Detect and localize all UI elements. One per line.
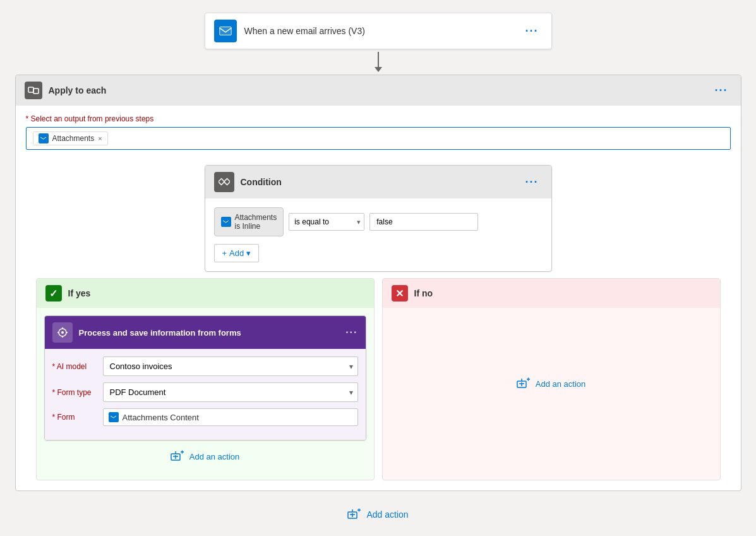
checkmark-icon: ✓: [49, 288, 57, 300]
trigger-block: When a new email arrives (V3) ···: [205, 13, 552, 49]
branch-yes-label: If yes: [68, 288, 91, 298]
svg-rect-3: [28, 87, 33, 92]
no-branch-add-action[interactable]: Add an action: [517, 368, 586, 399]
condition-row: Attachments is Inline is equal to: [214, 207, 543, 236]
apply-each-body: * Select an output from previous steps A…: [16, 106, 741, 159]
trigger-more-button[interactable]: ···: [521, 23, 542, 39]
x-icon: ✕: [395, 288, 404, 300]
attachments-input[interactable]: Attachments ×: [26, 127, 731, 150]
bottom-add-action-icon: [347, 508, 361, 521]
branch-no-label: If no: [414, 288, 433, 298]
bottom-add-action-label: Add action: [366, 509, 408, 520]
ai-model-select[interactable]: Contoso invoices: [103, 356, 358, 376]
form-label: * Form: [52, 413, 103, 422]
trigger-title: When a new email arrives (V3): [244, 26, 522, 36]
process-more-button[interactable]: ···: [345, 327, 357, 338]
condition-more-button[interactable]: ···: [521, 174, 542, 190]
attachments-tag: Attachments ×: [33, 131, 108, 145]
loop-icon: [28, 85, 39, 96]
ai-model-select-wrap: Contoso invoices: [103, 356, 358, 376]
condition-icon: [214, 172, 234, 192]
branch-no-header: ✕ If no: [383, 279, 720, 308]
condition-left-text: Attachments is Inline: [235, 213, 277, 231]
outlook-icon: [219, 24, 232, 38]
form-tag-icon: [109, 412, 119, 422]
process-body: * AI model Contoso invoices *: [45, 349, 366, 440]
process-icon: [52, 322, 73, 343]
condition-shape-icon: [219, 176, 230, 188]
branch-yes-body: Process and save information from forms …: [37, 308, 374, 480]
form-row: * Form Attachments Cont: [52, 408, 358, 426]
svg-rect-1: [219, 27, 231, 35]
flow-canvas: When a new email arrives (V3) ··· Apply …: [0, 0, 756, 536]
form-type-select-wrap: PDF Document: [103, 382, 358, 402]
attachment-tag-text: Attachments: [52, 134, 95, 143]
no-badge: ✕: [392, 285, 408, 302]
apply-each-more-button[interactable]: ···: [711, 83, 731, 99]
branch-yes-header: ✓ If yes: [37, 279, 374, 308]
trigger-to-apply-arrow: [375, 49, 382, 75]
ai-model-label: * AI model: [52, 362, 103, 371]
tag-close-button[interactable]: ×: [98, 135, 102, 142]
arrow-line: [378, 52, 379, 67]
condition-add-label: Add: [229, 248, 244, 258]
apply-each-title: Apply to each: [49, 85, 711, 95]
condition-add-chevron: ▾: [246, 248, 251, 258]
apply-each-container: Apply to each ··· * Select an output fro…: [15, 75, 741, 491]
process-title: Process and save information from forms: [79, 328, 340, 338]
apply-each-icon: [25, 82, 42, 99]
condition-header: Condition ···: [205, 166, 551, 198]
branch-yes-panel: ✓ If yes: [36, 278, 375, 480]
condition-add-plus: +: [222, 248, 227, 258]
condition-operator-select[interactable]: is equal to: [289, 213, 364, 231]
condition-value-input[interactable]: [369, 213, 478, 231]
condition-pill-icon: [221, 217, 231, 227]
form-input-tag[interactable]: Attachments Content: [103, 408, 358, 426]
condition-add-row: + Add ▾: [214, 244, 543, 262]
condition-body: Attachments is Inline is equal to: [205, 198, 551, 271]
yes-branch-add-action[interactable]: Add an action: [44, 441, 366, 472]
condition-block: Condition ··· A: [205, 165, 552, 272]
svg-point-10: [61, 331, 64, 334]
branches-row: ✓ If yes: [26, 278, 731, 480]
condition-operator-wrap: is equal to: [289, 213, 364, 231]
form-tag-text: Attachments Content: [123, 413, 199, 422]
ai-model-row: * AI model Contoso invoices: [52, 356, 358, 376]
condition-add-button[interactable]: + Add ▾: [214, 244, 260, 262]
branch-no-body: Add an action: [383, 308, 720, 460]
yes-add-action-label: Add an action: [189, 452, 240, 461]
svg-rect-4: [33, 88, 39, 94]
trigger-icon-wrapper: [214, 20, 237, 42]
apply-each-inner: Condition ··· A: [16, 159, 741, 490]
apply-each-header: Apply to each ···: [16, 75, 741, 106]
arrow-head: [375, 67, 382, 72]
form-type-select[interactable]: PDF Document: [103, 382, 358, 402]
condition-left-operand: Attachments is Inline: [214, 207, 284, 236]
process-header: Process and save information from forms …: [45, 316, 366, 349]
bottom-add-action[interactable]: Add action: [347, 495, 408, 534]
no-add-action-label: Add an action: [536, 379, 586, 389]
form-type-row: * Form type PDF Document: [52, 382, 358, 402]
ai-builder-icon: [56, 326, 69, 339]
select-output-label: * Select an output from previous steps: [26, 114, 731, 123]
process-block: Process and save information from forms …: [44, 315, 366, 441]
yes-badge: ✓: [45, 285, 62, 302]
condition-title: Condition: [241, 177, 522, 187]
tag-outlook-icon: [39, 133, 49, 143]
form-type-label: * Form type: [52, 388, 103, 397]
add-action-icon-no: [517, 377, 531, 391]
branch-no-panel: ✕ If no: [382, 278, 721, 480]
add-action-icon-yes: [171, 449, 184, 463]
